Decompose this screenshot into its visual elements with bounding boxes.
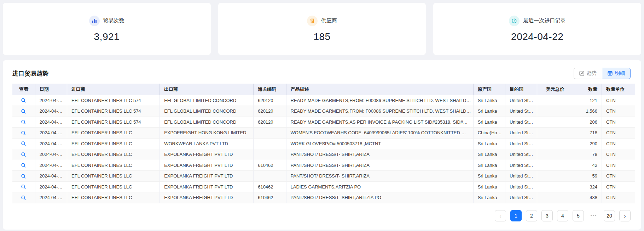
table-cell-origin: Sri Lanka [473,149,505,160]
magnifier-icon[interactable] [21,141,26,146]
table-cell-view [12,149,35,160]
table-cell-origin: Sri Lanka [473,138,505,149]
magnifier-icon[interactable] [21,119,26,125]
table-cell-quantity: 78 [569,149,602,160]
table-cell-unit: CTN [602,95,635,106]
page-button-2[interactable]: 2 [526,210,537,221]
table-cell-destination: United St… [505,181,537,192]
table-cell-hs_code [254,171,286,182]
stat-value: 185 [313,31,330,43]
table-cell-quantity: 1,566 [569,106,602,117]
table-cell-description: WORK GLOVESP/O# 5000503718,,MCTNT [286,138,473,149]
trend-chart-icon [579,71,584,76]
table-cell-hs_code: 620120 [254,117,286,128]
table-cell-hs_code: 620120 [254,95,286,106]
pagination-ellipsis: ••• [588,213,599,218]
prev-page-button[interactable]: ‹ [495,210,506,221]
shop-icon [307,16,318,26]
page-button-3[interactable]: 3 [541,210,553,221]
table-cell-exporter: WORKWEAR LANKA PVT LTD [160,138,254,149]
table-row: 2024-04-…EFL CONTAINER LINES LLCEXPOLANK… [12,181,635,192]
table-cell-view [12,138,35,149]
import-trend-panel: 进口贸易趋势 趋势 [3,60,641,230]
magnifier-icon[interactable] [21,130,26,136]
table-cell-usd_total [537,149,569,160]
magnifier-icon[interactable] [21,195,26,201]
trend-view-button[interactable]: 趋势 [574,68,602,79]
table-cell-unit: CTN [602,160,635,171]
table-cell-date: 2024-04-… [35,192,67,203]
bar-chart-icon [89,16,100,26]
table-cell-usd_total [537,117,569,128]
stat-card-trade-count: 贸易次数 3,921 [3,3,211,55]
table-cell-destination: United St… [505,149,537,160]
table-cell-view [12,95,35,106]
table-cell-origin: China(Ho… [473,128,505,139]
table-cell-importer: EFL CONTAINER LINES LLC [67,149,160,160]
table-cell-origin: Sri Lanka [473,106,505,117]
table-cell-unit: CTN [602,171,635,182]
table-cell-hs_code: 610462 [254,181,286,192]
table-cell-importer: EFL CONTAINER LINES LLC [67,160,160,171]
table-cell-unit: CTN [602,117,635,128]
panel-header: 进口贸易趋势 趋势 [12,67,631,79]
trade-records-table: 查看日期进口商出口商海关编码产品描述原产国目的国美元总价数量数量单位 2024-… [12,84,635,203]
magnifier-icon[interactable] [21,163,26,168]
table-cell-date: 2024-04-… [35,181,67,192]
page-button-5[interactable]: 5 [573,210,584,221]
magnifier-icon[interactable] [21,152,26,157]
magnifier-icon[interactable] [21,174,26,179]
column-header-quantity: 数量 [569,84,602,95]
table-cell-quantity: 42 [569,160,602,171]
trade-records-table-wrap: 查看日期进口商出口商海关编码产品描述原产国目的国美元总价数量数量单位 2024-… [12,84,631,203]
next-page-button[interactable]: › [619,210,631,221]
column-header-view: 查看 [12,84,35,95]
table-cell-origin: Sri Lanka [473,192,505,203]
table-cell-hs_code: 610462 [254,192,286,203]
table-cell-unit: CTN [602,106,635,117]
table-cell-unit: CTN [602,138,635,149]
stat-cards-row: 贸易次数 3,921 供应商 185 [3,3,641,55]
table-cell-view [12,192,35,203]
table-cell-hs_code: 620120 [254,106,286,117]
table-cell-date: 2024-04-… [35,106,67,117]
detail-view-button[interactable]: 明细 [602,68,631,79]
table-cell-importer: EFL CONTAINER LINES LLC [67,171,160,182]
table-cell-description: READY MADE GARMENTS,AS PER INVOICE & PAC… [286,117,473,128]
table-cell-destination: United St… [505,192,537,203]
table-cell-usd_total [537,192,569,203]
table-cell-exporter: EXPOLANKA FREIGHT PVT LTD [160,149,254,160]
table-row: 2024-04-…EFL CONTAINER LINES LLCEXPOLANK… [12,171,635,182]
table-cell-exporter: EXPOFREIGHT HONG KONG LIMITED [160,128,254,139]
table-row: 2024-04-…EFL CONTAINER LINES LLCEXPOLANK… [12,149,635,160]
table-cell-importer: EFL CONTAINER LINES LLC 574 [67,95,160,106]
table-cell-destination: United St… [505,128,537,139]
page-button-last[interactable]: 20 [604,210,615,221]
table-cell-description: PANT/SHOT/ DRESS/T- SHIRT,ARIZA [286,160,473,171]
table-cell-description: READY MADE GARMENTS,FROM: F00086 SUPREME… [286,95,473,106]
table-cell-destination: United St… [505,95,537,106]
table-cell-unit: CTN [602,128,635,139]
stat-value: 3,921 [94,31,120,43]
table-cell-importer: EFL CONTAINER LINES LLC [67,128,160,139]
table-cell-quantity: 59 [569,171,602,182]
table-cell-usd_total [537,95,569,106]
magnifier-icon[interactable] [21,109,26,114]
magnifier-icon[interactable] [21,184,26,190]
column-header-exporter: 出口商 [160,84,254,95]
table-cell-exporter: EFL GLOBAL LIMITED CONCORD [160,95,254,106]
table-cell-origin: Sri Lanka [473,171,505,182]
table-cell-origin: Sri Lanka [473,181,505,192]
table-cell-origin: Sri Lanka [473,95,505,106]
table-cell-date: 2024-04-… [35,149,67,160]
page-button-1[interactable]: 1 [510,210,522,221]
column-header-importer: 进口商 [67,84,160,95]
column-header-usd_total: 美元总价 [537,84,569,95]
magnifier-icon[interactable] [21,98,26,103]
table-cell-description: PANT/SHOT/ DRESS/T- SHIRT,ARITZIA PO [286,192,473,203]
table-cell-importer: EFL CONTAINER LINES LLC [67,181,160,192]
page-button-4[interactable]: 4 [557,210,568,221]
table-cell-destination: United St… [505,160,537,171]
table-cell-importer: EFL CONTAINER LINES LLC [67,138,160,149]
table-cell-quantity: 438 [569,192,602,203]
